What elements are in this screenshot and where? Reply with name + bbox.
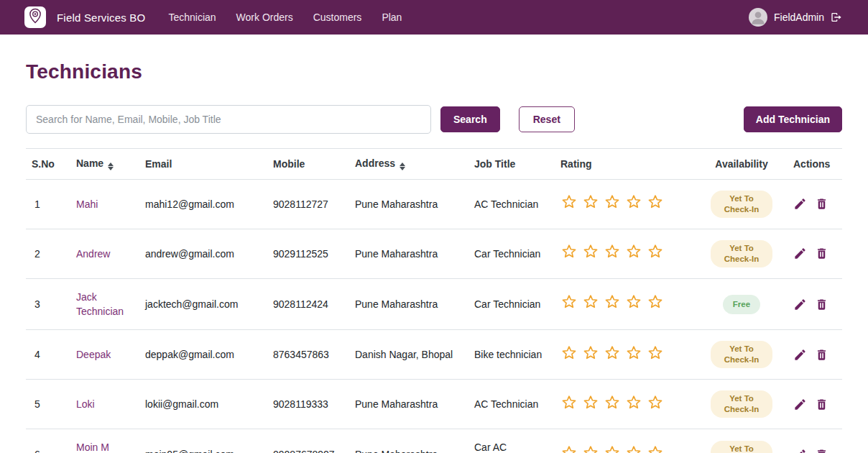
row-address: Pune Maharashtra <box>349 380 468 429</box>
star-outline-icon <box>582 344 599 365</box>
star-outline-icon <box>625 444 642 453</box>
edit-icon[interactable] <box>793 298 807 311</box>
row-address: Pune Maharashtra <box>349 229 468 278</box>
star-outline-icon <box>582 243 599 264</box>
page-title: Technicians <box>26 60 842 83</box>
technician-name-link[interactable]: Jack Technician <box>76 291 124 317</box>
star-outline-icon <box>582 293 599 314</box>
star-outline-icon <box>582 444 599 453</box>
star-outline-icon <box>647 344 664 365</box>
row-job-title: Bike technician <box>468 330 555 380</box>
row-email: moin05@gmail.com <box>139 429 267 453</box>
reset-button[interactable]: Reset <box>519 106 575 132</box>
row-address: Pune Maharashtra <box>349 180 468 229</box>
sort-icon-address[interactable] <box>400 163 405 170</box>
technician-name-link[interactable]: Loki <box>76 398 95 410</box>
sort-icon-name[interactable] <box>108 163 114 170</box>
availability-badge: Yet To Check-In <box>711 441 772 453</box>
row-sno: 5 <box>26 380 70 429</box>
delete-icon[interactable] <box>815 247 828 260</box>
star-outline-icon <box>582 394 599 415</box>
star-outline-icon <box>625 193 642 214</box>
star-outline-icon <box>647 444 664 453</box>
row-job-title: Car Technician <box>468 278 555 330</box>
username-label: FieldAdmin <box>774 12 824 23</box>
add-technician-button[interactable]: Add Technician <box>744 106 842 132</box>
availability-badge: Free <box>723 295 760 314</box>
search-button[interactable]: Search <box>440 106 500 132</box>
row-sno: 4 <box>26 330 70 380</box>
star-outline-icon <box>625 394 642 415</box>
header-name[interactable]: Name <box>70 149 139 180</box>
technician-name-link[interactable]: Deepak <box>76 349 111 360</box>
star-outline-icon <box>647 293 664 314</box>
edit-icon[interactable] <box>793 348 807 362</box>
technician-name-link[interactable]: Moin M Mujawar <box>76 441 114 453</box>
logout-icon[interactable] <box>831 12 842 23</box>
row-address: Pune Maharashtra <box>349 278 468 330</box>
row-sno: 3 <box>26 278 70 330</box>
rating-stars <box>560 293 690 314</box>
nav-item-plan[interactable]: Plan <box>371 7 412 27</box>
nav-item-customers[interactable]: Customers <box>303 7 372 27</box>
delete-icon[interactable] <box>815 398 828 411</box>
row-email: mahi12@gmail.com <box>139 180 267 229</box>
technician-name-link[interactable]: Mahi <box>76 198 98 210</box>
table-row: 4 Deepak deppak@gmail.com 8763457863 Dan… <box>26 330 842 380</box>
table-row: 1 Mahi mahi12@gmail.com 9028112727 Pune … <box>26 180 842 229</box>
row-sno: 1 <box>26 180 70 229</box>
search-input[interactable] <box>26 105 431 134</box>
star-outline-icon <box>604 444 621 453</box>
edit-icon[interactable] <box>793 398 807 411</box>
header-sno: S.No <box>26 149 70 180</box>
star-outline-icon <box>604 293 621 314</box>
row-sno: 2 <box>26 229 70 278</box>
table-header-row: S.No Name Email Mobile Address Job Title… <box>26 149 842 180</box>
row-email: lokii@gmail.com <box>139 380 267 429</box>
delete-icon[interactable] <box>815 448 828 453</box>
star-outline-icon <box>625 293 642 314</box>
star-outline-icon <box>560 444 578 453</box>
row-job-title: Car Technician <box>468 229 555 278</box>
brand-title[interactable]: Field Services BO <box>57 12 145 24</box>
star-outline-icon <box>604 243 621 264</box>
delete-icon[interactable] <box>815 348 828 362</box>
main-content: Technicians Search Reset Add Technician … <box>0 60 868 453</box>
map-pin-gear-icon <box>27 8 43 27</box>
nav-item-technician[interactable]: Technician <box>158 7 226 27</box>
star-outline-icon <box>647 394 664 415</box>
row-email: deppak@gmail.com <box>139 330 267 380</box>
availability-badge: Yet To Check-In <box>711 240 772 267</box>
star-outline-icon <box>604 193 621 214</box>
technician-name-link[interactable]: Andrew <box>76 248 110 260</box>
navbar-user-area: FieldAdmin <box>749 8 842 27</box>
table-row: 6 Moin M Mujawar moin05@gmail.com 090876… <box>26 429 842 453</box>
star-outline-icon <box>560 394 578 415</box>
availability-badge: Yet To Check-In <box>711 390 772 418</box>
search-toolbar: Search Reset Add Technician <box>26 105 842 134</box>
edit-icon[interactable] <box>793 197 807 211</box>
row-mobile: 9028112424 <box>267 278 349 330</box>
header-rating: Rating <box>555 149 696 180</box>
table-row: 2 Andrew andrew@gmail.com 9029112525 Pun… <box>26 229 842 278</box>
edit-icon[interactable] <box>793 247 807 260</box>
header-address[interactable]: Address <box>349 149 468 180</box>
header-actions: Actions <box>788 149 842 180</box>
star-outline-icon <box>604 344 621 365</box>
app-logo[interactable] <box>24 6 46 28</box>
star-outline-icon <box>625 344 642 365</box>
nav-item-work-orders[interactable]: Work Orders <box>226 7 303 27</box>
row-address: Pune Maharashtra <box>349 429 468 453</box>
delete-icon[interactable] <box>815 197 828 211</box>
rating-stars <box>560 243 690 264</box>
header-job-title: Job Title <box>468 149 555 180</box>
header-mobile: Mobile <box>267 149 349 180</box>
rating-stars <box>560 394 690 415</box>
rating-stars <box>560 344 690 365</box>
row-job-title: Car AC Technician <box>468 429 555 453</box>
availability-badge: Yet To Check-In <box>711 191 772 218</box>
delete-icon[interactable] <box>815 298 828 311</box>
edit-icon[interactable] <box>793 448 807 453</box>
star-outline-icon <box>647 243 664 264</box>
star-outline-icon <box>647 193 664 214</box>
